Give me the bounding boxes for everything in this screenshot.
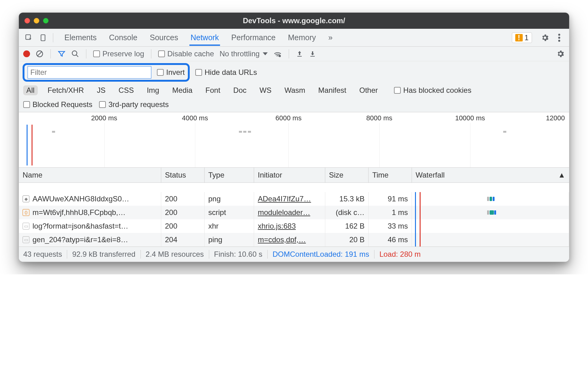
- checkbox-icon: [93, 50, 100, 57]
- hide-data-urls-checkbox[interactable]: Hide data URLs: [195, 68, 257, 77]
- zoom-window-button[interactable]: [43, 18, 49, 24]
- type-filter-manifest[interactable]: Manifest: [315, 85, 349, 95]
- window-title: DevTools - www.google.com/: [19, 16, 569, 25]
- third-party-requests-checkbox[interactable]: 3rd-party requests: [99, 100, 169, 109]
- timeline-overview[interactable]: 2000 ms 4000 ms 6000 ms 8000 ms 10000 ms…: [19, 112, 569, 168]
- preserve-log-checkbox[interactable]: Preserve log: [93, 49, 144, 58]
- tabs-overflow-button[interactable]: »: [327, 29, 334, 46]
- table-row[interactable]: ▭log?format=json&hasfast=t… 200 xhr xhri…: [19, 219, 569, 233]
- col-initiator[interactable]: Initiator: [254, 168, 325, 182]
- doc-file-icon: ▭: [23, 223, 29, 230]
- filter-bar: Invert Hide data URLs: [19, 61, 569, 84]
- issues-badge[interactable]: ! 1: [512, 32, 532, 43]
- tab-memory[interactable]: Memory: [287, 29, 317, 46]
- tab-performance[interactable]: Performance: [230, 29, 277, 46]
- type-filter-ws[interactable]: WS: [257, 85, 275, 95]
- type-filter-img[interactable]: Img: [144, 85, 162, 95]
- doc-file-icon: ▭: [23, 236, 29, 243]
- filter-input[interactable]: [28, 66, 151, 79]
- svg-rect-10: [297, 56, 302, 57]
- status-dcl: DOMContentLoaded: 191 ms: [268, 250, 374, 259]
- type-filter-all[interactable]: All: [23, 85, 38, 95]
- kebab-menu-icon[interactable]: [554, 32, 565, 43]
- script-file-icon: ⟨⟩: [23, 209, 29, 216]
- col-size[interactable]: Size: [325, 168, 369, 182]
- has-blocked-cookies-checkbox[interactable]: Has blocked cookies: [394, 86, 471, 95]
- network-settings-icon[interactable]: [556, 49, 565, 58]
- table-row[interactable]: ⟨⟩m=Wt6vjf,hhhU8,FCpbqb,… 200 script mod…: [19, 206, 569, 219]
- warning-icon: !: [515, 34, 523, 41]
- devtools-window: DevTools - www.google.com/ Elements Cons…: [19, 12, 569, 262]
- type-filter-media[interactable]: Media: [169, 85, 195, 95]
- svg-rect-11: [310, 56, 315, 57]
- svg-point-9: [279, 55, 281, 57]
- svg-point-7: [72, 51, 77, 55]
- import-har-icon[interactable]: [296, 50, 303, 58]
- invert-checkbox[interactable]: Invert: [157, 68, 185, 77]
- type-filter-wasm[interactable]: Wasm: [281, 85, 308, 95]
- minimize-window-button[interactable]: [34, 18, 39, 24]
- type-filter-doc[interactable]: Doc: [230, 85, 250, 95]
- panel-tabs-row: Elements Console Sources Network Perform…: [19, 29, 569, 47]
- image-file-icon: ◆: [23, 195, 29, 202]
- checkbox-icon: [394, 87, 401, 94]
- requests-table-header: Name Status Type Initiator Size Time Wat…: [19, 168, 569, 183]
- blocked-requests-checkbox[interactable]: Blocked Requests: [23, 100, 92, 109]
- type-filter-other[interactable]: Other: [356, 85, 381, 95]
- export-har-icon[interactable]: [309, 50, 316, 58]
- type-filter-font[interactable]: Font: [202, 85, 223, 95]
- panel-tabs: Elements Console Sources Network Perform…: [63, 29, 334, 46]
- svg-point-4: [558, 40, 560, 42]
- table-row[interactable]: ◆AAWUweXANHG8IddxgS0… 200 png ADea4I7IfZ…: [19, 192, 569, 206]
- svg-line-8: [76, 55, 78, 57]
- type-filter-fetchxhr[interactable]: Fetch/XHR: [45, 85, 87, 95]
- settings-icon[interactable]: [539, 32, 551, 43]
- status-resources: 2.4 MB resources: [141, 250, 209, 259]
- window-controls: [24, 18, 49, 24]
- tab-sources[interactable]: Sources: [149, 29, 179, 46]
- close-window-button[interactable]: [24, 18, 30, 24]
- checkbox-icon: [158, 50, 165, 57]
- chevron-down-icon: [263, 51, 268, 56]
- type-filter-js[interactable]: JS: [94, 85, 109, 95]
- filter-toggle-icon[interactable]: [58, 50, 66, 58]
- record-button[interactable]: [23, 50, 30, 57]
- load-marker: [32, 125, 32, 165]
- status-transferred: 92.9 kB transferred: [67, 250, 141, 259]
- throttling-select[interactable]: No throttling: [219, 49, 267, 58]
- checkbox-icon: [23, 101, 30, 108]
- disable-cache-checkbox[interactable]: Disable cache: [158, 49, 214, 58]
- status-requests: 43 requests: [23, 250, 67, 259]
- initiator-link[interactable]: m=cdos,dpf,…: [258, 235, 306, 244]
- initiator-link[interactable]: xhrio.js:683: [258, 222, 296, 230]
- checkbox-icon: [99, 101, 106, 108]
- svg-rect-1: [41, 35, 45, 41]
- network-conditions-icon[interactable]: [273, 49, 282, 58]
- col-time[interactable]: Time: [369, 168, 412, 182]
- issues-count: 1: [525, 33, 529, 42]
- inspect-element-icon[interactable]: [23, 32, 34, 43]
- type-filter-css[interactable]: CSS: [115, 85, 137, 95]
- titlebar: DevTools - www.google.com/: [19, 13, 569, 29]
- status-bar: 43 requests 92.9 kB transferred 2.4 MB r…: [19, 247, 569, 262]
- tab-console[interactable]: Console: [108, 29, 139, 46]
- search-icon[interactable]: [71, 50, 79, 58]
- col-status[interactable]: Status: [161, 168, 205, 182]
- col-waterfall[interactable]: Waterfall ▲: [412, 168, 569, 182]
- dcl-marker: [27, 125, 28, 165]
- col-name[interactable]: Name: [19, 168, 161, 182]
- table-row[interactable]: ▭gen_204?atyp=i&r=1&ei=8… 204 ping m=cdo…: [19, 233, 569, 247]
- initiator-link[interactable]: ADea4I7IfZu7…: [258, 195, 311, 203]
- svg-point-2: [558, 34, 560, 36]
- initiator-link[interactable]: moduleloader…: [258, 208, 310, 217]
- resource-type-filters: All Fetch/XHR JS CSS Img Media Font Doc …: [19, 84, 569, 98]
- checkbox-icon: [157, 69, 164, 76]
- clear-icon[interactable]: [36, 50, 44, 58]
- tab-elements[interactable]: Elements: [63, 29, 98, 46]
- status-finish: Finish: 10.60 s: [209, 250, 268, 259]
- svg-point-3: [558, 36, 560, 39]
- tab-network[interactable]: Network: [189, 29, 220, 46]
- network-toolbar: Preserve log Disable cache No throttling: [19, 47, 569, 61]
- col-type[interactable]: Type: [205, 168, 254, 182]
- device-toggle-icon[interactable]: [37, 32, 49, 43]
